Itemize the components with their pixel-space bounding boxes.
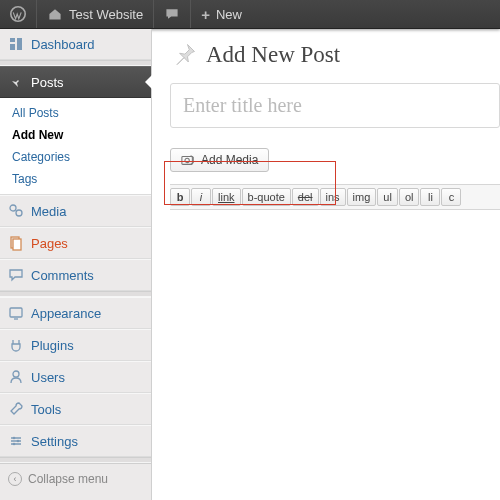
- label: Media: [31, 204, 66, 219]
- sidebar-item-comments[interactable]: Comments: [0, 259, 151, 291]
- svg-point-11: [185, 158, 189, 162]
- submenu-tags[interactable]: Tags: [0, 168, 151, 190]
- svg-point-6: [13, 371, 19, 377]
- sidebar-item-tools[interactable]: Tools: [0, 393, 151, 425]
- collapse-icon: ‹: [8, 472, 22, 486]
- pushpin-icon: [170, 41, 198, 69]
- sidebar-item-media[interactable]: Media: [0, 195, 151, 227]
- editor-toolbar: b i link b-quote del ins img ul ol li c: [170, 184, 500, 210]
- site-title: Test Website: [69, 7, 143, 22]
- media-icon: [8, 203, 24, 219]
- label: Pages: [31, 236, 68, 251]
- wordpress-icon: [10, 6, 26, 22]
- admin-bar: Test Website + New: [0, 0, 500, 29]
- sidebar-item-appearance[interactable]: Appearance: [0, 297, 151, 329]
- content-area: Add New Post Add Media b i link b-quote …: [152, 29, 500, 500]
- submenu-add-new[interactable]: Add New: [0, 124, 151, 146]
- svg-rect-10: [182, 157, 193, 165]
- wp-logo-menu[interactable]: [0, 0, 37, 28]
- comments-menu[interactable]: [154, 0, 191, 28]
- label: Users: [31, 370, 65, 385]
- users-icon: [8, 369, 24, 385]
- submenu-all-posts[interactable]: All Posts: [0, 102, 151, 124]
- plugins-icon: [8, 337, 24, 353]
- sidebar-item-posts[interactable]: Posts: [0, 66, 151, 98]
- label: Dashboard: [31, 37, 95, 52]
- tb-ul[interactable]: ul: [377, 188, 398, 206]
- tb-li[interactable]: li: [420, 188, 440, 206]
- label: Collapse menu: [28, 472, 108, 486]
- new-label: New: [216, 7, 242, 22]
- pages-icon: [8, 235, 24, 251]
- page-title-text: Add New Post: [206, 42, 340, 68]
- sidebar-item-plugins[interactable]: Plugins: [0, 329, 151, 361]
- add-media-button[interactable]: Add Media: [170, 148, 269, 172]
- sidebar-item-settings[interactable]: Settings: [0, 425, 151, 457]
- label: Settings: [31, 434, 78, 449]
- collapse-menu[interactable]: ‹ Collapse menu: [0, 463, 151, 494]
- label: Comments: [31, 268, 94, 283]
- tb-bquote[interactable]: b-quote: [242, 188, 291, 206]
- tb-del[interactable]: del: [292, 188, 319, 206]
- tb-ins[interactable]: ins: [320, 188, 346, 206]
- sidebar-item-users[interactable]: Users: [0, 361, 151, 393]
- svg-rect-5: [10, 308, 22, 317]
- svg-point-0: [11, 7, 25, 21]
- site-menu[interactable]: Test Website: [37, 0, 154, 28]
- tb-c[interactable]: c: [441, 188, 461, 206]
- label: Plugins: [31, 338, 74, 353]
- tb-ol[interactable]: ol: [399, 188, 420, 206]
- post-title-input[interactable]: [170, 83, 500, 128]
- svg-point-2: [16, 210, 22, 216]
- home-icon: [47, 6, 63, 22]
- tools-icon: [8, 401, 24, 417]
- settings-icon: [8, 433, 24, 449]
- svg-point-8: [17, 440, 20, 443]
- svg-point-7: [13, 437, 16, 440]
- svg-point-9: [13, 443, 16, 446]
- posts-submenu: All Posts Add New Categories Tags: [0, 98, 151, 195]
- comments-icon: [8, 267, 24, 283]
- comment-icon: [164, 6, 180, 22]
- label: Posts: [31, 75, 64, 90]
- tb-italic[interactable]: i: [191, 188, 211, 206]
- label: Add Media: [201, 153, 258, 167]
- appearance-icon: [8, 305, 24, 321]
- svg-rect-4: [13, 239, 21, 250]
- plus-icon: +: [201, 6, 210, 23]
- dashboard-icon: [8, 36, 24, 52]
- camera-icon: [181, 153, 195, 167]
- sidebar-item-pages[interactable]: Pages: [0, 227, 151, 259]
- tb-bold[interactable]: b: [170, 188, 190, 206]
- new-content-menu[interactable]: + New: [191, 0, 252, 28]
- tb-link[interactable]: link: [212, 188, 241, 206]
- pin-icon: [8, 74, 24, 90]
- page-heading: Add New Post: [170, 41, 500, 69]
- admin-sidebar: Dashboard Posts All Posts Add New Catego…: [0, 29, 152, 500]
- label: Appearance: [31, 306, 101, 321]
- label: Tools: [31, 402, 61, 417]
- tb-img[interactable]: img: [347, 188, 377, 206]
- svg-point-1: [10, 205, 16, 211]
- sidebar-item-dashboard[interactable]: Dashboard: [0, 29, 151, 60]
- submenu-categories[interactable]: Categories: [0, 146, 151, 168]
